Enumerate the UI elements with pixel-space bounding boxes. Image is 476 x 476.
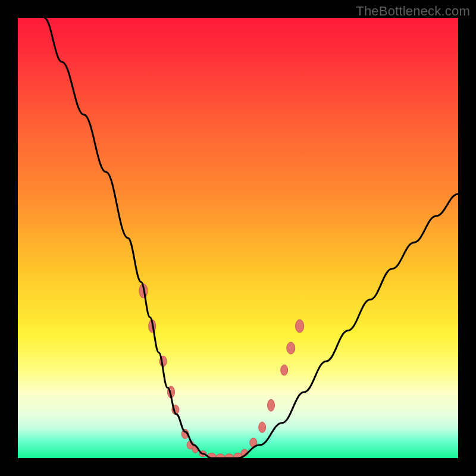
chart-plot-area (18, 18, 458, 458)
data-marker (287, 342, 295, 354)
watermark-text: TheBottleneck.com (356, 4, 470, 19)
bottleneck-curve (44, 18, 458, 458)
data-marker (281, 365, 288, 375)
data-marker (259, 422, 266, 433)
bottleneck-chart-svg (18, 18, 458, 458)
data-marker (296, 320, 304, 333)
data-marker (268, 399, 275, 411)
